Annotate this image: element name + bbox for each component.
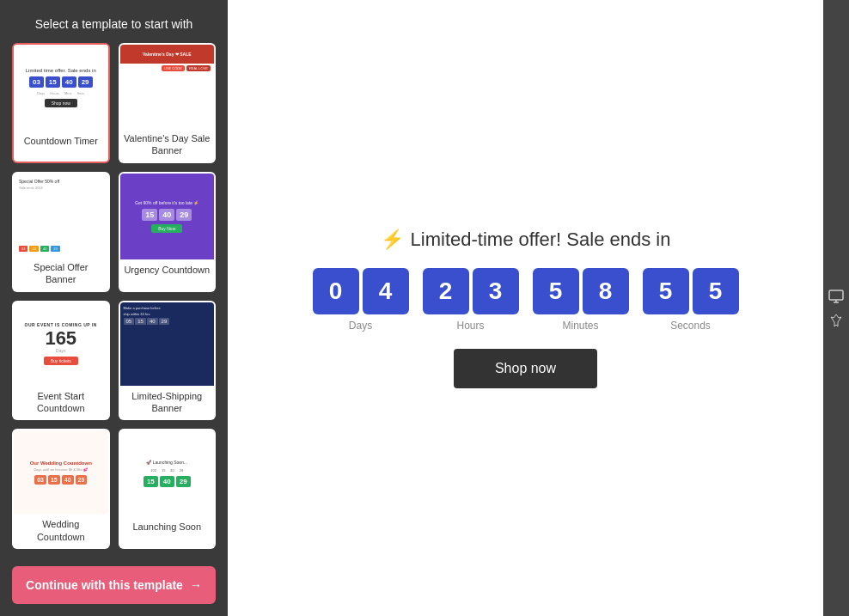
template-card-valentines[interactable]: Valentine's Day ❤ SALE USE CODE REAL LOV… <box>119 43 217 163</box>
template-label-launching: Launching Soon <box>120 516 215 537</box>
template-thumb-valentine: Valentine's Day ❤ SALE USE CODE REAL LOV… <box>120 45 215 128</box>
lightning-icon: ⚡ <box>381 229 404 251</box>
preview-seconds-pair: 5 5 <box>643 268 739 314</box>
template-thumb-event: OUR EVENT IS COMING UP IN 165 Days Buy t… <box>14 302 108 386</box>
continue-button[interactable]: Continue with this template → <box>12 566 216 604</box>
template-card-shipping[interactable]: Make a purchase before ship within 24 hr… <box>119 301 217 421</box>
template-card-launching[interactable]: 🚀 Launching Soon... 102154029 15 40 29 L… <box>119 429 217 549</box>
preview-hours-label: Hours <box>456 320 484 332</box>
continue-arrow: → <box>190 578 202 592</box>
template-card-countdown-timer[interactable]: Limited time offer. Sale ends in 03 15 4… <box>12 43 110 163</box>
template-label-special: Special Offer Banner <box>14 257 108 290</box>
preview-countdown-boxes: 0 4 Days 2 3 Hours 5 8 Minutes <box>313 268 739 332</box>
preview-seconds-digit-1: 5 <box>643 268 689 314</box>
template-grid: Limited time offer. Sale ends in 03 15 4… <box>0 43 228 558</box>
shop-now-button[interactable]: Shop now <box>454 349 597 388</box>
continue-label: Continue with this template <box>26 578 183 592</box>
right-panel <box>823 0 849 616</box>
preview-unit-seconds: 5 5 Seconds <box>643 268 739 332</box>
preview-seconds-label: Seconds <box>670 320 711 332</box>
preview-title-text: Limited-time offer! Sale ends in <box>411 229 671 251</box>
preview-title: ⚡ Limited-time offer! Sale ends in <box>381 229 671 251</box>
main-preview: ⚡ Limited-time offer! Sale ends in 0 4 D… <box>228 0 823 616</box>
preview-minutes-digit-2: 8 <box>583 268 629 314</box>
preview-unit-hours: 2 3 Hours <box>423 268 519 332</box>
template-label-valentine: Valentine's Day Sale Banner <box>120 128 215 162</box>
template-label-urgency: Urgency Countdown <box>120 259 215 280</box>
template-label-countdown: Countdown Timer <box>14 131 108 151</box>
template-label-event: Event Start Countdown <box>14 386 108 419</box>
template-card-special-offer[interactable]: Special Offer 50% off Sale ends 2024 03 … <box>12 172 110 292</box>
preview-days-digit-2: 4 <box>363 268 409 314</box>
pin-icon[interactable] <box>828 312 845 329</box>
monitor-icon[interactable] <box>828 288 845 305</box>
preview-minutes-pair: 5 8 <box>533 268 629 314</box>
preview-days-label: Days <box>349 320 372 332</box>
template-card-event[interactable]: OUR EVENT IS COMING UP IN 165 Days Buy t… <box>12 301 110 421</box>
preview-days-pair: 0 4 <box>313 268 409 314</box>
template-card-urgency[interactable]: Get 90% off before it's too late ⚡ 15 40… <box>119 172 217 292</box>
template-thumb-launching: 🚀 Launching Soon... 102154029 15 40 29 <box>120 430 215 516</box>
preview-hours-digit-1: 2 <box>423 268 469 314</box>
preview-seconds-digit-2: 5 <box>693 268 739 314</box>
template-label-shipping: Limited-Shipping Banner <box>120 386 215 419</box>
preview-days-digit-1: 0 <box>313 268 359 314</box>
preview-hours-digit-2: 3 <box>473 268 519 314</box>
preview-unit-days: 0 4 Days <box>313 268 409 332</box>
template-label-wedding: Wedding Countdown <box>14 514 108 547</box>
preview-content: ⚡ Limited-time offer! Sale ends in 0 4 D… <box>313 229 739 388</box>
preview-minutes-digit-1: 5 <box>533 268 579 314</box>
preview-hours-pair: 2 3 <box>423 268 519 314</box>
sidebar-header: Select a template to start with <box>0 0 228 43</box>
preview-unit-minutes: 5 8 Minutes <box>533 268 629 332</box>
preview-minutes-label: Minutes <box>562 320 598 332</box>
template-thumb-urgency: Get 90% off before it's too late ⚡ 15 40… <box>120 174 215 259</box>
template-thumb-countdown: Limited time offer. Sale ends in 03 15 4… <box>14 45 108 131</box>
template-thumb-wedding: Our Wedding Countdown Days until we beco… <box>14 430 108 514</box>
sidebar: Select a template to start with Limited … <box>0 0 228 616</box>
template-thumb-shipping: Make a purchase before ship within 24 hr… <box>120 302 215 386</box>
template-thumb-special: Special Offer 50% off Sale ends 2024 03 … <box>14 174 108 257</box>
template-card-wedding[interactable]: Our Wedding Countdown Days until we beco… <box>12 429 110 549</box>
svg-rect-0 <box>829 290 843 300</box>
